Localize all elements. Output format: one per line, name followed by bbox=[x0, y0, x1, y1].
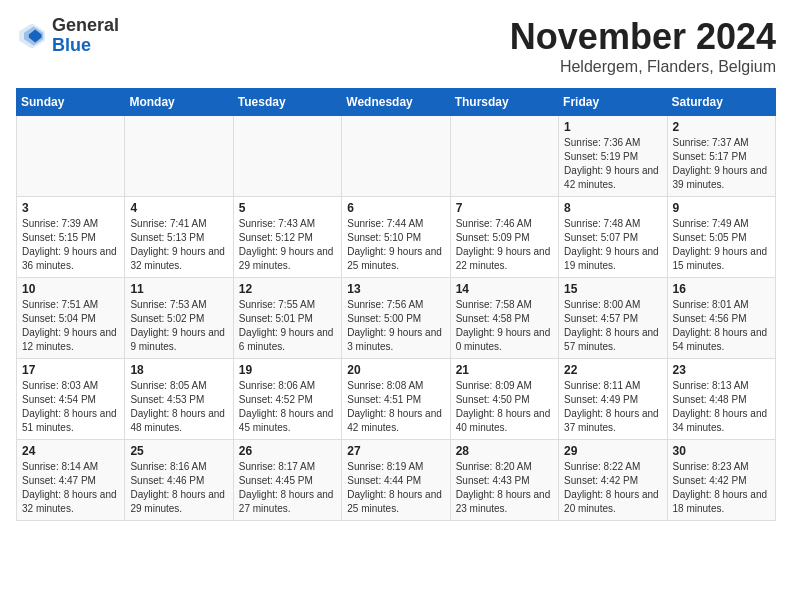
calendar-cell: 6Sunrise: 7:44 AM Sunset: 5:10 PM Daylig… bbox=[342, 197, 450, 278]
day-info: Sunrise: 8:01 AM Sunset: 4:56 PM Dayligh… bbox=[673, 298, 770, 354]
day-info: Sunrise: 8:22 AM Sunset: 4:42 PM Dayligh… bbox=[564, 460, 661, 516]
calendar-cell: 13Sunrise: 7:56 AM Sunset: 5:00 PM Dayli… bbox=[342, 278, 450, 359]
calendar-cell: 22Sunrise: 8:11 AM Sunset: 4:49 PM Dayli… bbox=[559, 359, 667, 440]
day-number: 18 bbox=[130, 363, 227, 377]
day-number: 4 bbox=[130, 201, 227, 215]
calendar-cell: 23Sunrise: 8:13 AM Sunset: 4:48 PM Dayli… bbox=[667, 359, 775, 440]
day-info: Sunrise: 7:37 AM Sunset: 5:17 PM Dayligh… bbox=[673, 136, 770, 192]
calendar-cell: 12Sunrise: 7:55 AM Sunset: 5:01 PM Dayli… bbox=[233, 278, 341, 359]
day-info: Sunrise: 8:00 AM Sunset: 4:57 PM Dayligh… bbox=[564, 298, 661, 354]
day-number: 17 bbox=[22, 363, 119, 377]
day-number: 25 bbox=[130, 444, 227, 458]
calendar-week-3: 17Sunrise: 8:03 AM Sunset: 4:54 PM Dayli… bbox=[17, 359, 776, 440]
calendar-cell: 8Sunrise: 7:48 AM Sunset: 5:07 PM Daylig… bbox=[559, 197, 667, 278]
day-header-wednesday: Wednesday bbox=[342, 89, 450, 116]
day-info: Sunrise: 8:11 AM Sunset: 4:49 PM Dayligh… bbox=[564, 379, 661, 435]
calendar-cell bbox=[125, 116, 233, 197]
day-number: 14 bbox=[456, 282, 553, 296]
day-info: Sunrise: 8:14 AM Sunset: 4:47 PM Dayligh… bbox=[22, 460, 119, 516]
calendar-cell: 5Sunrise: 7:43 AM Sunset: 5:12 PM Daylig… bbox=[233, 197, 341, 278]
logo: General Blue bbox=[16, 16, 119, 56]
calendar-cell: 17Sunrise: 8:03 AM Sunset: 4:54 PM Dayli… bbox=[17, 359, 125, 440]
calendar-cell bbox=[450, 116, 558, 197]
month-title: November 2024 bbox=[510, 16, 776, 58]
day-header-saturday: Saturday bbox=[667, 89, 775, 116]
calendar-cell: 26Sunrise: 8:17 AM Sunset: 4:45 PM Dayli… bbox=[233, 440, 341, 521]
calendar-cell: 28Sunrise: 8:20 AM Sunset: 4:43 PM Dayli… bbox=[450, 440, 558, 521]
calendar-cell bbox=[342, 116, 450, 197]
day-number: 30 bbox=[673, 444, 770, 458]
logo-icon bbox=[16, 20, 48, 52]
day-info: Sunrise: 8:23 AM Sunset: 4:42 PM Dayligh… bbox=[673, 460, 770, 516]
calendar-cell: 1Sunrise: 7:36 AM Sunset: 5:19 PM Daylig… bbox=[559, 116, 667, 197]
day-number: 5 bbox=[239, 201, 336, 215]
day-header-sunday: Sunday bbox=[17, 89, 125, 116]
day-info: Sunrise: 7:51 AM Sunset: 5:04 PM Dayligh… bbox=[22, 298, 119, 354]
day-info: Sunrise: 8:19 AM Sunset: 4:44 PM Dayligh… bbox=[347, 460, 444, 516]
day-info: Sunrise: 7:39 AM Sunset: 5:15 PM Dayligh… bbox=[22, 217, 119, 273]
calendar-week-4: 24Sunrise: 8:14 AM Sunset: 4:47 PM Dayli… bbox=[17, 440, 776, 521]
day-info: Sunrise: 8:17 AM Sunset: 4:45 PM Dayligh… bbox=[239, 460, 336, 516]
day-header-monday: Monday bbox=[125, 89, 233, 116]
day-info: Sunrise: 8:05 AM Sunset: 4:53 PM Dayligh… bbox=[130, 379, 227, 435]
day-number: 7 bbox=[456, 201, 553, 215]
day-info: Sunrise: 8:06 AM Sunset: 4:52 PM Dayligh… bbox=[239, 379, 336, 435]
day-number: 20 bbox=[347, 363, 444, 377]
day-number: 21 bbox=[456, 363, 553, 377]
calendar-cell: 2Sunrise: 7:37 AM Sunset: 5:17 PM Daylig… bbox=[667, 116, 775, 197]
day-info: Sunrise: 7:36 AM Sunset: 5:19 PM Dayligh… bbox=[564, 136, 661, 192]
day-number: 3 bbox=[22, 201, 119, 215]
calendar-cell: 3Sunrise: 7:39 AM Sunset: 5:15 PM Daylig… bbox=[17, 197, 125, 278]
day-number: 28 bbox=[456, 444, 553, 458]
day-info: Sunrise: 8:20 AM Sunset: 4:43 PM Dayligh… bbox=[456, 460, 553, 516]
day-number: 6 bbox=[347, 201, 444, 215]
calendar-cell: 29Sunrise: 8:22 AM Sunset: 4:42 PM Dayli… bbox=[559, 440, 667, 521]
day-number: 9 bbox=[673, 201, 770, 215]
day-number: 16 bbox=[673, 282, 770, 296]
day-number: 22 bbox=[564, 363, 661, 377]
calendar-week-2: 10Sunrise: 7:51 AM Sunset: 5:04 PM Dayli… bbox=[17, 278, 776, 359]
day-header-friday: Friday bbox=[559, 89, 667, 116]
calendar-header-row: SundayMondayTuesdayWednesdayThursdayFrid… bbox=[17, 89, 776, 116]
day-number: 15 bbox=[564, 282, 661, 296]
day-info: Sunrise: 7:53 AM Sunset: 5:02 PM Dayligh… bbox=[130, 298, 227, 354]
day-info: Sunrise: 7:49 AM Sunset: 5:05 PM Dayligh… bbox=[673, 217, 770, 273]
day-number: 1 bbox=[564, 120, 661, 134]
day-number: 12 bbox=[239, 282, 336, 296]
calendar-cell: 25Sunrise: 8:16 AM Sunset: 4:46 PM Dayli… bbox=[125, 440, 233, 521]
header: General Blue November 2024 Heldergem, Fl… bbox=[16, 16, 776, 76]
day-number: 29 bbox=[564, 444, 661, 458]
day-info: Sunrise: 8:13 AM Sunset: 4:48 PM Dayligh… bbox=[673, 379, 770, 435]
location-title: Heldergem, Flanders, Belgium bbox=[510, 58, 776, 76]
calendar-cell bbox=[17, 116, 125, 197]
day-info: Sunrise: 7:55 AM Sunset: 5:01 PM Dayligh… bbox=[239, 298, 336, 354]
day-info: Sunrise: 7:58 AM Sunset: 4:58 PM Dayligh… bbox=[456, 298, 553, 354]
day-info: Sunrise: 8:08 AM Sunset: 4:51 PM Dayligh… bbox=[347, 379, 444, 435]
day-number: 13 bbox=[347, 282, 444, 296]
calendar-cell: 27Sunrise: 8:19 AM Sunset: 4:44 PM Dayli… bbox=[342, 440, 450, 521]
calendar-cell: 30Sunrise: 8:23 AM Sunset: 4:42 PM Dayli… bbox=[667, 440, 775, 521]
day-info: Sunrise: 7:56 AM Sunset: 5:00 PM Dayligh… bbox=[347, 298, 444, 354]
day-info: Sunrise: 7:41 AM Sunset: 5:13 PM Dayligh… bbox=[130, 217, 227, 273]
day-number: 26 bbox=[239, 444, 336, 458]
calendar-cell: 10Sunrise: 7:51 AM Sunset: 5:04 PM Dayli… bbox=[17, 278, 125, 359]
calendar-table: SundayMondayTuesdayWednesdayThursdayFrid… bbox=[16, 88, 776, 521]
calendar-cell: 7Sunrise: 7:46 AM Sunset: 5:09 PM Daylig… bbox=[450, 197, 558, 278]
day-info: Sunrise: 8:16 AM Sunset: 4:46 PM Dayligh… bbox=[130, 460, 227, 516]
day-number: 24 bbox=[22, 444, 119, 458]
day-header-tuesday: Tuesday bbox=[233, 89, 341, 116]
day-number: 8 bbox=[564, 201, 661, 215]
calendar-cell: 19Sunrise: 8:06 AM Sunset: 4:52 PM Dayli… bbox=[233, 359, 341, 440]
calendar-cell: 21Sunrise: 8:09 AM Sunset: 4:50 PM Dayli… bbox=[450, 359, 558, 440]
calendar-week-0: 1Sunrise: 7:36 AM Sunset: 5:19 PM Daylig… bbox=[17, 116, 776, 197]
day-number: 2 bbox=[673, 120, 770, 134]
title-area: November 2024 Heldergem, Flanders, Belgi… bbox=[510, 16, 776, 76]
calendar-cell: 24Sunrise: 8:14 AM Sunset: 4:47 PM Dayli… bbox=[17, 440, 125, 521]
day-number: 23 bbox=[673, 363, 770, 377]
day-info: Sunrise: 8:09 AM Sunset: 4:50 PM Dayligh… bbox=[456, 379, 553, 435]
day-info: Sunrise: 7:44 AM Sunset: 5:10 PM Dayligh… bbox=[347, 217, 444, 273]
calendar-cell: 18Sunrise: 8:05 AM Sunset: 4:53 PM Dayli… bbox=[125, 359, 233, 440]
day-number: 10 bbox=[22, 282, 119, 296]
calendar-cell: 11Sunrise: 7:53 AM Sunset: 5:02 PM Dayli… bbox=[125, 278, 233, 359]
calendar-cell: 4Sunrise: 7:41 AM Sunset: 5:13 PM Daylig… bbox=[125, 197, 233, 278]
